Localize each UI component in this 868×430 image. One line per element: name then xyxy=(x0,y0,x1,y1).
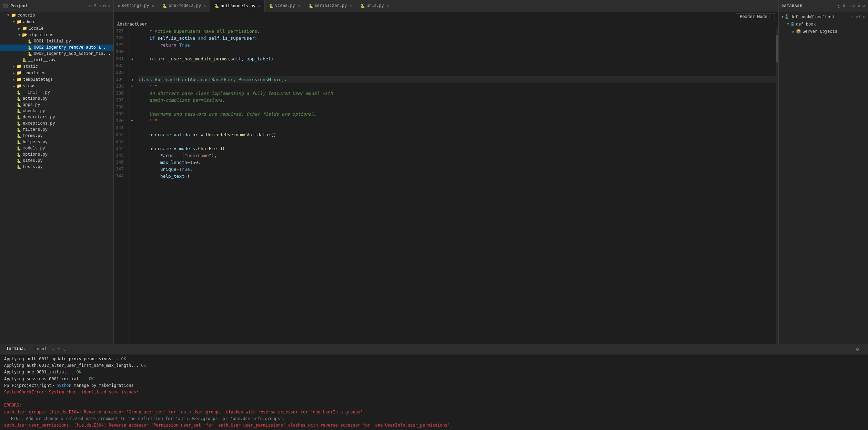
terminal-panel: Terminal Local ✕ + ⌄ ⚙ — Applying auth.0… xyxy=(0,344,868,430)
tab-settings[interactable]: ⚙ settings.py ✕ xyxy=(114,0,158,12)
sidebar-item-admin[interactable]: ▼ 📁 admin xyxy=(0,19,113,25)
sidebar-item-exceptions[interactable]: 🐍 exceptions.py xyxy=(0,120,113,127)
db-page-info: 1 of 6 xyxy=(851,15,865,19)
terminal-tab-local[interactable]: Local xyxy=(32,345,50,353)
terminal-line-6: auth.User.groups: (fields.E304) Reverse … xyxy=(4,409,864,416)
sidebar-item-label13: __init__.py xyxy=(23,90,50,95)
sidebar-item-locale[interactable]: ▶ 📁 locale xyxy=(0,25,113,32)
terminal-chevron-button[interactable]: ⌄ xyxy=(63,346,65,352)
tab-one-models[interactable]: 🐍 one\models.py ✕ xyxy=(158,0,210,12)
code-lines[interactable]: # Active superusers have all permissions… xyxy=(135,28,776,344)
terminal-add-button[interactable]: + xyxy=(57,346,61,352)
new-file-icon[interactable]: ⊕ xyxy=(89,3,91,9)
db-filter-icon[interactable]: ≡ xyxy=(842,3,845,9)
sidebar-item-templatetags[interactable]: ▶ 📁 templatetags xyxy=(0,76,113,83)
gutter-334[interactable]: ◀ xyxy=(129,76,135,83)
db-connection-row[interactable]: ▼ 🗄 def_book@localhost 1 of 6 xyxy=(779,13,868,21)
sidebar-item-label11: templatetags xyxy=(23,77,53,82)
gutter-344 xyxy=(129,145,135,152)
sidebar-item-helpers[interactable]: 🐍 helpers.py xyxy=(0,139,113,145)
sidebar-item-static[interactable]: ▶ 📁 static xyxy=(0,63,113,70)
tab-auth-models-label: auth\models.py xyxy=(221,4,255,9)
db-schema-row[interactable]: ▼ 🗄 def_book xyxy=(779,21,868,28)
db-schema-label: def_book xyxy=(796,22,816,27)
sidebar-item-sites[interactable]: 🐍 sites.py xyxy=(0,158,113,164)
sidebar-item-templates[interactable]: ▶ 📁 templates xyxy=(0,70,113,76)
terminal-settings-icon[interactable]: ⚙ xyxy=(856,346,859,352)
sidebar-item-forms[interactable]: 🐍 forms.py xyxy=(0,133,113,139)
tab-urls[interactable]: 🐍 urls.py ✕ xyxy=(356,0,393,12)
code-line-332 xyxy=(139,62,776,69)
tab-one-models-close[interactable]: ✕ xyxy=(204,4,206,8)
init-file-icon: 🐍 xyxy=(22,58,27,62)
sidebar-item-views-folder[interactable]: ▶ 📁 views xyxy=(0,83,113,89)
collapse-all-icon[interactable]: ⇥ xyxy=(99,3,101,9)
urls-icon: 🐍 xyxy=(360,4,365,8)
sidebar-item-tests[interactable]: 🐍 tests.py xyxy=(0,164,113,170)
gutter-328 xyxy=(129,35,135,42)
sidebar: ▼ 📁 contrib ▼ 📁 admin ▶ 📁 locale ▼ xyxy=(0,12,114,344)
sidebar-item-init-admin[interactable]: 🐍 __init__.py xyxy=(0,57,113,63)
db-connection-label: def_book@localhost xyxy=(790,15,835,20)
gutter-348 xyxy=(129,173,135,180)
tab-views-close[interactable]: ✕ xyxy=(298,4,300,8)
settings-icon[interactable]: ⚙ xyxy=(103,3,106,9)
line-num-329: 329 xyxy=(114,42,126,49)
sidebar-item-contrib[interactable]: ▼ 📁 contrib xyxy=(0,12,113,19)
sidebar-item-apps[interactable]: 🐍 apps.py xyxy=(0,102,113,108)
db-refresh-icon[interactable]: ↻ xyxy=(837,3,840,9)
db-settings-icon[interactable]: ⚙ xyxy=(852,3,855,9)
db-filter2-icon[interactable]: ⊘ xyxy=(862,3,865,9)
tab-serializer-close[interactable]: ✕ xyxy=(350,4,352,8)
terminal-minimize-icon[interactable]: — xyxy=(862,346,865,352)
sidebar-item-decorators[interactable]: 🐍 decorators.py xyxy=(0,114,113,120)
sidebar-header-bar: ⬛ Project ⊕ ≡ ⇥ ⚙ ✕ xyxy=(0,0,114,12)
db-new-icon[interactable]: ⊕ xyxy=(847,3,850,9)
sidebar-item-filters[interactable]: 🐍 filters.py xyxy=(0,127,113,133)
gutter-329 xyxy=(129,42,135,49)
scrollbar-track[interactable] xyxy=(776,28,778,344)
db-server-objects-row[interactable]: ▶ 📦 Server Objects xyxy=(779,28,868,35)
tab-settings-close[interactable]: ✕ xyxy=(152,4,154,8)
new-folder-icon[interactable]: ≡ xyxy=(94,3,97,9)
sidebar-item-options[interactable]: 🐍 options.py xyxy=(0,152,113,158)
code-line-329: return True xyxy=(139,42,776,49)
py-file-icon11: 🐍 xyxy=(17,140,21,145)
tab-serializer[interactable]: 🐍 serializer.py ✕ xyxy=(304,0,356,12)
sidebar-item-models[interactable]: 🐍 models.py xyxy=(0,145,113,152)
code-editor[interactable]: 327 328 329 330 331 332 333 334 335 336 … xyxy=(114,28,778,344)
sidebar-item-migrations[interactable]: ▼ 📂 migrations xyxy=(0,32,113,38)
sidebar-item-0003[interactable]: 🐍 0003_logentry_add_action_fla... xyxy=(0,51,113,57)
folder-icon: 📁 xyxy=(11,13,16,18)
gutter-340[interactable]: ▼ xyxy=(129,118,135,125)
code-line-336: An abstract base class implementing a fu… xyxy=(139,90,776,97)
sidebar-item-label15: apps.py xyxy=(23,102,40,107)
reader-mode-button[interactable]: Reader Mode ✓ xyxy=(736,13,775,20)
sidebar-item-0002[interactable]: 🐍 0002_logentry_remove_auto_a... xyxy=(0,45,113,51)
sidebar-item-0001[interactable]: 🐍 0001_initial.py xyxy=(0,38,113,45)
line-num-327: 327 xyxy=(114,28,126,35)
sidebar-item-label20: forms.py xyxy=(23,134,43,138)
gutter-335[interactable]: ▼ xyxy=(129,83,135,90)
scrollbar-thumb[interactable] xyxy=(776,35,778,62)
chevron-down-icon: ▼ xyxy=(6,13,11,17)
sidebar-item-actions[interactable]: 🐍 actions.py xyxy=(0,96,113,102)
line-num-334: 334 xyxy=(114,76,126,83)
line-num-330: 330 xyxy=(114,49,126,56)
line-numbers: 327 328 329 330 331 332 333 334 335 336 … xyxy=(114,28,129,344)
close-panel-icon[interactable]: ✕ xyxy=(108,3,111,9)
chevron-right-icon2: ▶ xyxy=(11,65,17,69)
tab-urls-close[interactable]: ✕ xyxy=(387,4,389,8)
terminal-local-close[interactable]: ✕ xyxy=(52,347,54,351)
terminal-content[interactable]: Applying auth.0011_update_proxy_permissi… xyxy=(0,354,868,430)
terminal-tab-terminal[interactable]: Terminal xyxy=(3,345,29,353)
tab-auth-models-close[interactable]: ✕ xyxy=(258,4,260,8)
terminal-line-errors: ERRORS: xyxy=(4,402,864,409)
sidebar-item-checks[interactable]: 🐍 checks.py xyxy=(0,108,113,114)
gutter-331[interactable]: ◀ xyxy=(129,56,135,62)
tab-auth-models[interactable]: 🐍 auth\models.py ✕ xyxy=(210,0,265,12)
db-close-icon[interactable]: ✕ xyxy=(857,3,860,9)
tab-views[interactable]: 🐍 views.py ✕ xyxy=(265,0,304,12)
sidebar-item-init2[interactable]: 🐍 __init__.py xyxy=(0,89,113,96)
code-line-335: """ xyxy=(139,83,776,90)
